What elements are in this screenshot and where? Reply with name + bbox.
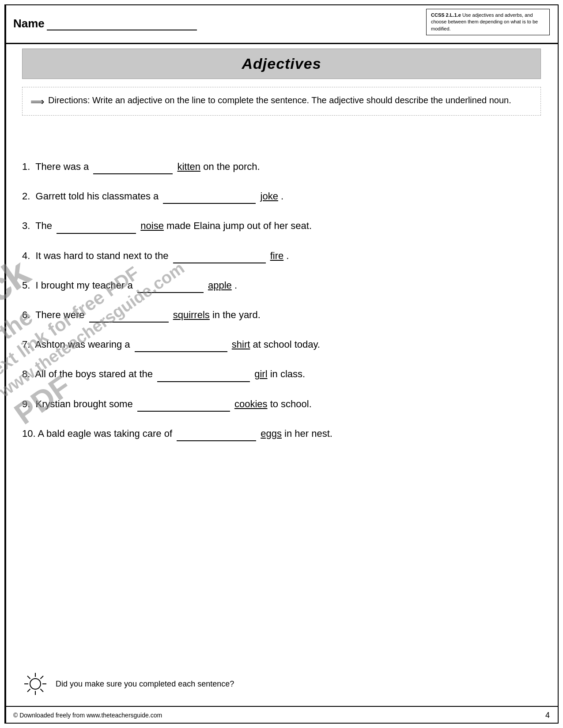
footer-bar: © Downloaded freely from www.theteachers… bbox=[4, 706, 559, 724]
name-label: Name bbox=[13, 17, 197, 30]
q10-blank[interactable] bbox=[177, 431, 256, 441]
svg-line-8 bbox=[27, 689, 30, 692]
q2-after: . bbox=[281, 191, 283, 202]
q3-underlined: noise bbox=[140, 220, 164, 231]
svg-line-6 bbox=[41, 689, 44, 692]
ccss-box: CCSS 2.L.1.e Use adjectives and adverbs,… bbox=[426, 9, 550, 35]
q1-number: 1. There was a bbox=[22, 161, 91, 172]
q10-underlined: eggs bbox=[261, 428, 282, 439]
q2-underlined: joke bbox=[261, 191, 278, 202]
q6-underlined: squirrels bbox=[173, 309, 210, 320]
name-text: Name bbox=[13, 17, 45, 30]
q8-number: 8. All of the boys stared at the bbox=[22, 368, 155, 379]
q7-number: 7. Ashton was wearing a bbox=[22, 339, 133, 350]
q9-after: to school. bbox=[270, 398, 312, 409]
q9-blank[interactable] bbox=[137, 401, 230, 412]
q8-underlined: girl bbox=[254, 368, 267, 379]
question-5: 5. I brought my teacher a apple . bbox=[22, 278, 541, 293]
question-3: 3. The noise made Elaina jump out of her… bbox=[22, 218, 541, 233]
q5-number: 5. I brought my teacher a bbox=[22, 280, 136, 291]
reminder-text: Did you make sure you completed each sen… bbox=[56, 679, 234, 689]
copyright-text: © Downloaded freely from www.theteachers… bbox=[13, 712, 162, 719]
page-number: 4 bbox=[545, 711, 550, 720]
title-box: Adjectives bbox=[22, 49, 541, 79]
q5-blank[interactable] bbox=[137, 282, 204, 293]
question-2: 2. Garrett told his classmates a joke . bbox=[22, 188, 541, 204]
q2-blank[interactable] bbox=[163, 193, 256, 204]
questions-area: 1. There was a kitten on the porch. 2. G… bbox=[22, 159, 541, 455]
q10-number: 10. A bald eagle was taking care of bbox=[22, 428, 175, 439]
q6-number: 6. There were bbox=[22, 309, 87, 320]
q5-underlined: apple bbox=[208, 280, 232, 291]
name-input-line bbox=[47, 17, 197, 30]
q4-underlined: fire bbox=[270, 250, 284, 261]
sun-icon bbox=[22, 671, 49, 697]
question-10: 10. A bald eagle was taking care of eggs… bbox=[22, 426, 541, 441]
q3-number: 3. The bbox=[22, 220, 55, 231]
question-9: 9. Krystian brought some cookies to scho… bbox=[22, 396, 541, 412]
worksheet-title: Adjectives bbox=[242, 55, 321, 72]
question-4: 4. It was hard to stand next to the fire… bbox=[22, 248, 541, 263]
q9-number: 9. Krystian brought some bbox=[22, 398, 136, 409]
title-section: Adjectives ⟹ Directions: Write an adject… bbox=[22, 49, 541, 116]
q8-blank[interactable] bbox=[157, 372, 250, 382]
q4-blank[interactable] bbox=[173, 253, 266, 263]
q8-after: in class. bbox=[270, 368, 305, 379]
q5-after: . bbox=[234, 280, 237, 291]
question-8: 8. All of the boys stared at the girl in… bbox=[22, 366, 541, 382]
q10-after: in her nest. bbox=[284, 428, 333, 439]
directions-box: ⟹ Directions: Write an adjective on the … bbox=[22, 87, 541, 116]
q6-after: in the yard. bbox=[212, 309, 261, 320]
footer-reminder: Did you make sure you completed each sen… bbox=[22, 671, 541, 697]
svg-point-0 bbox=[30, 679, 41, 689]
q7-underlined: shirt bbox=[232, 339, 250, 350]
directions-text: Directions: Write an adjective on the li… bbox=[48, 94, 511, 107]
q3-after: made Elaina jump out of her seat. bbox=[166, 220, 312, 231]
left-border bbox=[4, 4, 6, 724]
q3-blank[interactable] bbox=[57, 223, 136, 234]
q1-blank[interactable] bbox=[93, 164, 173, 174]
q1-underlined: kitten bbox=[177, 161, 200, 172]
q7-after: at school today. bbox=[253, 339, 320, 350]
q4-number: 4. It was hard to stand next to the bbox=[22, 250, 171, 261]
q7-blank[interactable] bbox=[135, 341, 227, 352]
question-1: 1. There was a kitten on the porch. bbox=[22, 159, 541, 174]
ccss-standard: CCSS 2.L.1.e bbox=[431, 12, 461, 18]
question-6: 6. There were squirrels in the yard. bbox=[22, 307, 541, 323]
svg-line-7 bbox=[41, 676, 44, 679]
directions-arrow: ⟹ bbox=[30, 94, 45, 109]
q9-underlined: cookies bbox=[234, 398, 268, 409]
question-7: 7. Ashton was wearing a shirt at school … bbox=[22, 337, 541, 352]
q6-blank[interactable] bbox=[89, 312, 169, 323]
q2-number: 2. Garrett told his classmates a bbox=[22, 191, 161, 202]
q4-after: . bbox=[286, 250, 289, 261]
q1-after: on the porch. bbox=[203, 161, 260, 172]
svg-line-5 bbox=[27, 676, 30, 679]
